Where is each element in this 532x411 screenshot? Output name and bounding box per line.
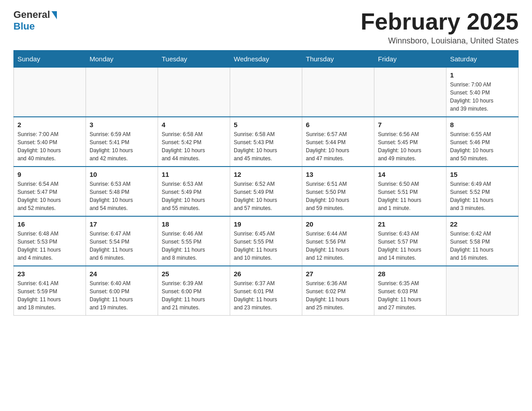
calendar-day-cell: 9Sunrise: 6:54 AMSunset: 5:47 PMDaylight… [14,167,86,216]
calendar-day-cell [446,266,519,316]
day-number: 20 [306,220,370,228]
calendar-day-cell: 28Sunrise: 6:35 AMSunset: 6:03 PMDayligh… [374,266,446,316]
day-info: Sunrise: 6:46 AMSunset: 5:55 PMDaylight:… [162,230,226,262]
day-info: Sunrise: 6:53 AMSunset: 5:49 PMDaylight:… [162,180,226,212]
calendar-day-cell: 4Sunrise: 6:58 AMSunset: 5:42 PMDaylight… [158,117,230,167]
day-info: Sunrise: 6:45 AMSunset: 5:55 PMDaylight:… [234,230,298,262]
day-number: 3 [90,121,154,128]
day-of-week-header: Tuesday [158,51,230,68]
calendar-day-cell: 8Sunrise: 6:55 AMSunset: 5:46 PMDaylight… [446,117,519,167]
day-number: 16 [17,220,82,228]
day-number: 9 [17,171,82,178]
calendar-day-cell: 3Sunrise: 6:59 AMSunset: 5:41 PMDaylight… [86,117,158,167]
day-number: 17 [90,220,154,228]
day-info: Sunrise: 6:39 AMSunset: 6:00 PMDaylight:… [162,279,226,312]
calendar-day-cell: 16Sunrise: 6:48 AMSunset: 5:53 PMDayligh… [14,216,86,266]
day-number: 13 [306,171,370,178]
calendar-day-cell: 19Sunrise: 6:45 AMSunset: 5:55 PMDayligh… [230,216,302,266]
calendar-day-cell: 11Sunrise: 6:53 AMSunset: 5:49 PMDayligh… [158,167,230,216]
day-info: Sunrise: 6:47 AMSunset: 5:54 PMDaylight:… [90,230,154,262]
day-info: Sunrise: 6:54 AMSunset: 5:47 PMDaylight:… [17,180,82,212]
day-info: Sunrise: 6:35 AMSunset: 6:03 PMDaylight:… [378,279,442,312]
calendar-day-cell [302,68,374,117]
logo: General Blue [13,9,57,32]
day-number: 19 [234,220,298,228]
day-info: Sunrise: 6:48 AMSunset: 5:53 PMDaylight:… [17,230,82,262]
day-info: Sunrise: 6:49 AMSunset: 5:52 PMDaylight:… [450,180,515,212]
calendar-day-cell: 26Sunrise: 6:37 AMSunset: 6:01 PMDayligh… [230,266,302,316]
day-number: 4 [162,121,226,128]
calendar-header-row: SundayMondayTuesdayWednesdayThursdayFrid… [14,51,519,68]
page-header: General Blue February 2025 Winnsboro, Lo… [13,9,519,46]
calendar-day-cell [86,68,158,117]
day-number: 10 [90,171,154,178]
calendar-day-cell: 23Sunrise: 6:41 AMSunset: 5:59 PMDayligh… [14,266,86,316]
calendar-day-cell: 22Sunrise: 6:42 AMSunset: 5:58 PMDayligh… [446,216,519,266]
calendar-day-cell: 24Sunrise: 6:40 AMSunset: 6:00 PMDayligh… [86,266,158,316]
calendar-day-cell: 21Sunrise: 6:43 AMSunset: 5:57 PMDayligh… [374,216,446,266]
day-number: 25 [162,270,226,278]
day-of-week-header: Monday [86,51,158,68]
calendar-week-row: 9Sunrise: 6:54 AMSunset: 5:47 PMDaylight… [14,167,519,216]
title-block: February 2025 Winnsboro, Louisiana, Unit… [360,9,519,46]
day-of-week-header: Saturday [446,51,519,68]
day-number: 8 [450,121,515,128]
month-title: February 2025 [360,9,519,34]
logo-top: General [13,9,57,21]
day-info: Sunrise: 7:00 AMSunset: 5:40 PMDaylight:… [17,130,82,163]
day-info: Sunrise: 6:58 AMSunset: 5:42 PMDaylight:… [162,130,226,163]
calendar-day-cell: 13Sunrise: 6:51 AMSunset: 5:50 PMDayligh… [302,167,374,216]
day-info: Sunrise: 6:58 AMSunset: 5:43 PMDaylight:… [234,130,298,163]
day-info: Sunrise: 6:57 AMSunset: 5:44 PMDaylight:… [306,130,370,163]
day-number: 14 [378,171,442,178]
day-number: 18 [162,220,226,228]
day-info: Sunrise: 7:00 AMSunset: 5:40 PMDaylight:… [450,81,515,113]
calendar-day-cell: 20Sunrise: 6:44 AMSunset: 5:56 PMDayligh… [302,216,374,266]
logo-general-text: General [13,9,50,21]
calendar-day-cell: 15Sunrise: 6:49 AMSunset: 5:52 PMDayligh… [446,167,519,216]
calendar-table: SundayMondayTuesdayWednesdayThursdayFrid… [13,50,519,316]
calendar-day-cell: 17Sunrise: 6:47 AMSunset: 5:54 PMDayligh… [86,216,158,266]
calendar-day-cell [374,68,446,117]
day-number: 12 [234,171,298,178]
calendar-day-cell: 7Sunrise: 6:56 AMSunset: 5:45 PMDaylight… [374,117,446,167]
day-info: Sunrise: 6:59 AMSunset: 5:41 PMDaylight:… [90,130,154,163]
day-info: Sunrise: 6:41 AMSunset: 5:59 PMDaylight:… [17,279,82,312]
day-info: Sunrise: 6:53 AMSunset: 5:48 PMDaylight:… [90,180,154,212]
calendar-day-cell: 14Sunrise: 6:50 AMSunset: 5:51 PMDayligh… [374,167,446,216]
calendar-day-cell: 1Sunrise: 7:00 AMSunset: 5:40 PMDaylight… [446,68,519,117]
calendar-day-cell: 12Sunrise: 6:52 AMSunset: 5:49 PMDayligh… [230,167,302,216]
calendar-day-cell: 18Sunrise: 6:46 AMSunset: 5:55 PMDayligh… [158,216,230,266]
day-number: 24 [90,270,154,278]
day-number: 7 [378,121,442,128]
day-number: 27 [306,270,370,278]
calendar-week-row: 1Sunrise: 7:00 AMSunset: 5:40 PMDaylight… [14,68,519,117]
day-of-week-header: Wednesday [230,51,302,68]
day-number: 28 [378,270,442,278]
calendar-day-cell: 2Sunrise: 7:00 AMSunset: 5:40 PMDaylight… [14,117,86,167]
calendar-day-cell [158,68,230,117]
day-info: Sunrise: 6:52 AMSunset: 5:49 PMDaylight:… [234,180,298,212]
day-of-week-header: Friday [374,51,446,68]
calendar-day-cell: 27Sunrise: 6:36 AMSunset: 6:02 PMDayligh… [302,266,374,316]
day-info: Sunrise: 6:42 AMSunset: 5:58 PMDaylight:… [450,230,515,262]
day-info: Sunrise: 6:40 AMSunset: 6:00 PMDaylight:… [90,279,154,312]
day-number: 26 [234,270,298,278]
day-number: 23 [17,270,82,278]
location-subtitle: Winnsboro, Louisiana, United States [360,36,519,46]
day-of-week-header: Sunday [14,51,86,68]
day-info: Sunrise: 6:51 AMSunset: 5:50 PMDaylight:… [306,180,370,212]
day-info: Sunrise: 6:37 AMSunset: 6:01 PMDaylight:… [234,279,298,312]
calendar-day-cell: 6Sunrise: 6:57 AMSunset: 5:44 PMDaylight… [302,117,374,167]
calendar-day-cell: 5Sunrise: 6:58 AMSunset: 5:43 PMDaylight… [230,117,302,167]
day-number: 2 [17,121,82,128]
day-number: 5 [234,121,298,128]
calendar-day-cell: 10Sunrise: 6:53 AMSunset: 5:48 PMDayligh… [86,167,158,216]
calendar-day-cell: 25Sunrise: 6:39 AMSunset: 6:00 PMDayligh… [158,266,230,316]
day-number: 22 [450,220,515,228]
calendar-day-cell [14,68,86,117]
calendar-day-cell [230,68,302,117]
day-number: 1 [450,71,515,79]
day-info: Sunrise: 6:55 AMSunset: 5:46 PMDaylight:… [450,130,515,163]
day-info: Sunrise: 6:36 AMSunset: 6:02 PMDaylight:… [306,279,370,312]
